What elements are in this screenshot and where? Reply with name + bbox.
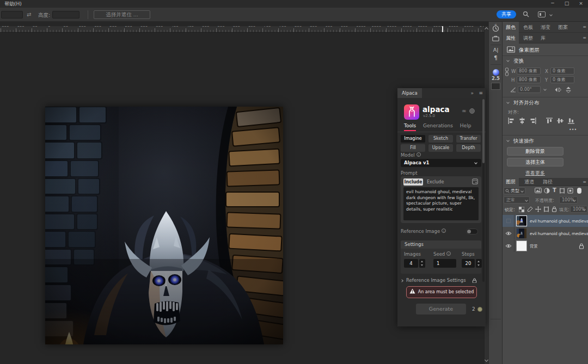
layer-filter-type-dropdown[interactable]: 类型 <box>504 187 525 194</box>
paragraph-panel-icon[interactable]: ¶ <box>489 55 503 61</box>
select-and-mask-button[interactable]: 选择并遮住 ... <box>94 10 150 19</box>
alpaca-collapse-icon[interactable]: » <box>470 90 474 96</box>
tab-swatches[interactable]: 色板 <box>520 22 536 33</box>
filter-shape-layers-icon[interactable] <box>559 188 565 194</box>
steps-input[interactable]: 20 <box>462 259 475 268</box>
settings-section-header[interactable]: Settings <box>401 240 481 249</box>
align-center-horizontal-icon[interactable] <box>519 118 525 124</box>
link-dimensions-icon[interactable] <box>505 67 509 76</box>
quick-actions-title[interactable]: 快速操作 <box>513 138 534 145</box>
libraries-panel-icon[interactable] <box>489 35 503 41</box>
filter-pixel-layers-icon[interactable] <box>535 188 542 193</box>
opacity-value-dropdown[interactable]: 100% <box>559 196 578 203</box>
character-panel-icon[interactable]: A| <box>489 47 503 53</box>
tab-adjustments[interactable]: 调整 <box>520 33 536 44</box>
align-right-icon[interactable] <box>530 118 536 124</box>
panel-menu-icon[interactable]: ≡ <box>583 36 586 40</box>
visibility-toggle[interactable] <box>503 215 514 227</box>
align-left-icon[interactable] <box>508 118 514 124</box>
scroll-down-icon[interactable] <box>485 358 488 362</box>
align-more-icon[interactable]: ••• <box>569 127 577 132</box>
tool-imagine-button[interactable]: Imagine <box>401 135 425 143</box>
align-bottom-icon[interactable] <box>568 118 574 124</box>
scroll-up-icon[interactable] <box>485 27 488 31</box>
layer-name[interactable]: 背景 <box>530 244 538 249</box>
alpaca-panel-menu-icon[interactable]: ≡ <box>479 90 483 96</box>
alpaca-panel-tab[interactable]: Alpaca <box>397 88 422 98</box>
tool-depth-button[interactable]: Depth <box>456 144 481 152</box>
x-value-input[interactable]: 0 像素 <box>550 67 574 75</box>
alpaca-scrollbar[interactable] <box>482 99 485 282</box>
reference-info-icon[interactable]: i <box>442 229 446 233</box>
tool-fill-button[interactable]: Fill <box>401 144 425 152</box>
minimize-button[interactable]: ─ <box>546 0 560 8</box>
lock-transparent-pixels-icon[interactable] <box>519 207 524 212</box>
lock-artboard-icon[interactable] <box>543 206 549 212</box>
lock-position-icon[interactable] <box>535 206 541 212</box>
remove-background-button[interactable]: 删除背景 <box>507 147 564 156</box>
see-more-link[interactable]: 查看更多 <box>507 170 564 177</box>
dock-swatch[interactable] <box>491 83 500 90</box>
canvas-artwork[interactable] <box>45 107 283 344</box>
align-center-vertical-icon[interactable] <box>557 118 564 124</box>
transform-collapse-icon[interactable] <box>506 59 510 62</box>
prompt-textarea[interactable]: evil humanoid ghoul, medieval dark dunge… <box>403 187 479 220</box>
select-subject-button[interactable]: 选择主体 <box>507 158 564 166</box>
align-top-icon[interactable] <box>546 118 553 124</box>
account-avatar[interactable] <box>469 108 475 114</box>
layer-thumbnail[interactable] <box>517 229 526 238</box>
tool-transfer-button[interactable]: Transfer <box>456 135 481 143</box>
model-info-icon[interactable]: i <box>416 152 421 157</box>
tab-gradients[interactable]: 渐变 <box>537 22 554 33</box>
search-icon[interactable] <box>523 11 529 17</box>
angle-dropdown-icon[interactable] <box>543 88 547 91</box>
flip-horizontal-icon[interactable] <box>555 87 561 92</box>
horizontal-ruler[interactable]: 1501005005010015020025030035040045050055… <box>0 26 484 33</box>
random-prompt-dice-icon[interactable] <box>472 178 478 184</box>
visibility-toggle[interactable] <box>503 240 514 252</box>
seed-info-icon[interactable]: i <box>446 251 451 256</box>
layer-thumbnail[interactable] <box>517 216 526 226</box>
nav-tab-help[interactable]: Help <box>460 123 471 128</box>
layer-row-background[interactable]: 背景 <box>503 240 588 252</box>
layer-row-ghoul-1[interactable]: evil humanoid ghoul, medieval - 1 <box>503 215 588 227</box>
layer-thumbnail[interactable] <box>517 241 526 251</box>
quick-actions-collapse-icon[interactable] <box>506 139 510 142</box>
images-stepper[interactable] <box>419 259 425 268</box>
tab-color[interactable]: 颜色 <box>503 22 519 33</box>
close-button[interactable]: × <box>574 0 588 8</box>
menu-help[interactable]: 帮助(H) <box>4 0 22 8</box>
lock-image-pixels-icon[interactable] <box>527 206 533 212</box>
width-input[interactable] <box>1 11 23 18</box>
nav-tab-generations[interactable]: Generations <box>423 123 453 128</box>
lock-all-icon[interactable] <box>552 206 557 212</box>
tool-upscale-button[interactable]: Upscale <box>428 144 453 152</box>
rotation-angle-input[interactable]: 0.00° <box>518 86 541 93</box>
reference-image-toggle[interactable] <box>466 229 478 235</box>
y-value-input[interactable]: 0 像素 <box>550 76 574 83</box>
layer-filter-toggle[interactable] <box>577 188 581 194</box>
layer-name[interactable]: evil humanoid ghoul, medieval - 1 <box>530 231 588 236</box>
height-value-input[interactable]: 800 像素 <box>517 76 541 83</box>
include-tab[interactable]: Include <box>403 178 423 186</box>
height-input[interactable] <box>52 11 79 18</box>
workspace-chevron-icon[interactable] <box>549 13 553 16</box>
seed-input[interactable]: 1 <box>433 259 456 268</box>
flip-vertical-icon[interactable] <box>566 87 571 93</box>
panel-menu-icon[interactable]: ≡ <box>583 25 586 29</box>
layer-row-ghoul-2[interactable]: evil humanoid ghoul, medieval - 1 <box>503 227 588 239</box>
width-value-input[interactable]: 800 像素 <box>517 67 541 75</box>
tab-layers[interactable]: 图层 <box>503 178 519 186</box>
filter-type-layers-icon[interactable]: T <box>553 187 556 193</box>
share-button[interactable]: 共享 <box>497 10 516 18</box>
blend-mode-dropdown[interactable]: 正常 <box>504 196 530 203</box>
nav-tab-tools[interactable]: Tools <box>404 123 416 128</box>
swap-dimensions-icon[interactable]: ⇄ <box>27 11 31 17</box>
tab-patterns[interactable]: 图案 <box>555 22 571 33</box>
exclude-tab[interactable]: Exclude <box>427 180 444 184</box>
visibility-toggle[interactable] <box>503 227 514 239</box>
tab-properties[interactable]: 属性 <box>503 33 519 44</box>
align-section-title[interactable]: 对齐并分布 <box>513 100 540 107</box>
tab-paths[interactable]: 路径 <box>540 178 556 186</box>
filter-smart-objects-icon[interactable] <box>567 188 573 194</box>
